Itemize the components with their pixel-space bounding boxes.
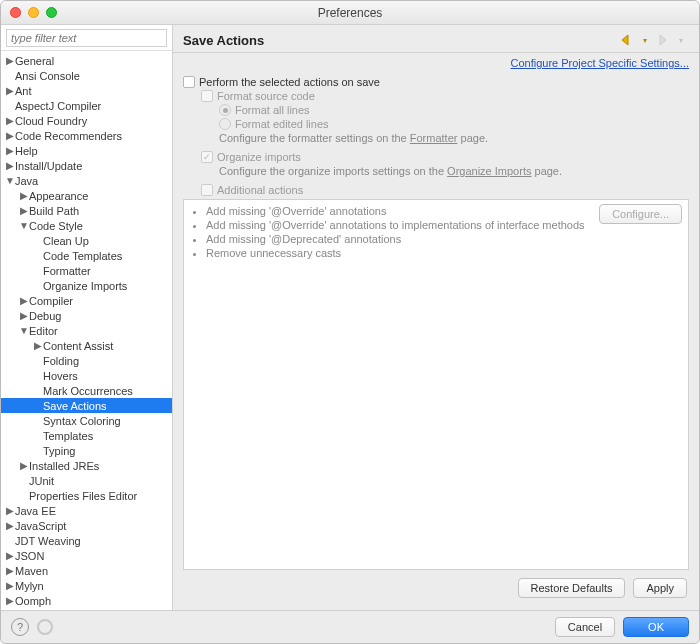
list-item: Remove unnecessary casts: [206, 246, 591, 260]
chevron-right-icon[interactable]: ▶: [19, 311, 29, 321]
progress-icon: [37, 619, 53, 635]
help-icon[interactable]: ?: [11, 618, 29, 636]
tree-item[interactable]: Code Templates: [1, 248, 172, 263]
tree-item[interactable]: ▶Install/Update: [1, 158, 172, 173]
tree-item[interactable]: Properties Files Editor: [1, 488, 172, 503]
chevron-right-icon[interactable]: ▶: [5, 146, 15, 156]
tree-item[interactable]: ▶Help: [1, 143, 172, 158]
tree-item[interactable]: ▶Compiler: [1, 293, 172, 308]
chevron-right-icon[interactable]: ▶: [5, 596, 15, 606]
chevron-right-icon[interactable]: ▶: [5, 551, 15, 561]
tree-item[interactable]: ▶Content Assist: [1, 338, 172, 353]
tree-item[interactable]: ▶Java EE: [1, 503, 172, 518]
tree-item[interactable]: ▶Oomph: [1, 593, 172, 608]
chevron-right-icon[interactable]: ▶: [5, 131, 15, 141]
tree-item[interactable]: Mark Occurrences: [1, 383, 172, 398]
format-all-label: Format all lines: [235, 104, 310, 116]
restore-defaults-button[interactable]: Restore Defaults: [518, 578, 626, 598]
chevron-right-icon[interactable]: ▶: [5, 116, 15, 126]
tree-item-label: Cloud Foundry: [15, 115, 87, 127]
forward-icon: [655, 32, 671, 48]
perform-on-save-row[interactable]: Perform the selected actions on save: [183, 75, 689, 89]
apply-button[interactable]: Apply: [633, 578, 687, 598]
tree-item[interactable]: Syntax Coloring: [1, 413, 172, 428]
tree-item-label: General: [15, 55, 54, 67]
formatter-link[interactable]: Formatter: [410, 132, 458, 144]
tree-item[interactable]: Templates: [1, 428, 172, 443]
tree-item[interactable]: Typing: [1, 443, 172, 458]
project-settings-link[interactable]: Configure Project Specific Settings...: [510, 57, 689, 69]
back-menu-icon[interactable]: ▾: [637, 32, 653, 48]
project-link-row: Configure Project Specific Settings...: [173, 53, 699, 69]
tree-item[interactable]: Formatter: [1, 263, 172, 278]
tree-item[interactable]: ▶Build Path: [1, 203, 172, 218]
chevron-down-icon[interactable]: ▼: [5, 176, 15, 186]
preference-tree[interactable]: ▶GeneralAnsi Console▶AntAspectJ Compiler…: [1, 51, 172, 610]
tree-item-label: JUnit: [29, 475, 54, 487]
chevron-right-icon[interactable]: ▶: [19, 461, 29, 471]
format-source-row: Format source code: [201, 89, 689, 103]
tree-item[interactable]: Hovers: [1, 368, 172, 383]
chevron-right-icon[interactable]: ▶: [33, 341, 43, 351]
main-panel: Save Actions ▾ ▾ Configure Project Speci…: [173, 25, 699, 610]
chevron-right-icon[interactable]: ▶: [5, 566, 15, 576]
cancel-button[interactable]: Cancel: [555, 617, 615, 637]
tree-item-label: Build Path: [29, 205, 79, 217]
chevron-down-icon[interactable]: ▼: [19, 221, 29, 231]
tree-item[interactable]: ▶Ant: [1, 83, 172, 98]
tree-item-label: Code Style: [29, 220, 83, 232]
chevron-right-icon[interactable]: ▶: [19, 296, 29, 306]
tree-item[interactable]: Clean Up: [1, 233, 172, 248]
tree-item[interactable]: ▶JavaScript: [1, 518, 172, 533]
tree-item[interactable]: ▶Appearance: [1, 188, 172, 203]
additional-actions-box: Add missing '@Override' annotationsAdd m…: [183, 199, 689, 570]
chevron-right-icon[interactable]: ▶: [5, 86, 15, 96]
checkbox-icon: [201, 90, 213, 102]
tree-item[interactable]: ▶Cloud Foundry: [1, 113, 172, 128]
chevron-right-icon[interactable]: ▶: [5, 56, 15, 66]
chevron-right-icon[interactable]: ▶: [5, 506, 15, 516]
tree-item[interactable]: ▶Maven: [1, 563, 172, 578]
tree-item[interactable]: ▶Mylyn: [1, 578, 172, 593]
titlebar: Preferences: [1, 1, 699, 25]
organize-imports-label: Organize imports: [217, 151, 301, 163]
tree-item[interactable]: Ansi Console: [1, 68, 172, 83]
tree-item[interactable]: ▼Java: [1, 173, 172, 188]
actions-list: Add missing '@Override' annotationsAdd m…: [190, 204, 591, 260]
tree-item[interactable]: Save Actions: [1, 398, 172, 413]
tree-item[interactable]: JDT Weaving: [1, 533, 172, 548]
tree-item[interactable]: AspectJ Compiler: [1, 98, 172, 113]
list-item: Add missing '@Override' annotations to i…: [206, 218, 591, 232]
format-edited-label: Format edited lines: [235, 118, 329, 130]
tree-item[interactable]: ▼Code Style: [1, 218, 172, 233]
tree-item-label: Formatter: [43, 265, 91, 277]
tree-item-label: Maven: [15, 565, 48, 577]
forward-menu-icon: ▾: [673, 32, 689, 48]
back-icon[interactable]: [619, 32, 635, 48]
tree-item[interactable]: ▶Code Recommenders: [1, 128, 172, 143]
chevron-right-icon[interactable]: ▶: [19, 206, 29, 216]
chevron-right-icon[interactable]: ▶: [19, 191, 29, 201]
tree-item[interactable]: ▶JSON: [1, 548, 172, 563]
tree-item[interactable]: ▶Installed JREs: [1, 458, 172, 473]
tree-item-label: Organize Imports: [43, 280, 127, 292]
tree-item[interactable]: Organize Imports: [1, 278, 172, 293]
chevron-right-icon[interactable]: ▶: [5, 161, 15, 171]
ok-button[interactable]: OK: [623, 617, 689, 637]
organize-imports-link[interactable]: Organize Imports: [447, 165, 531, 177]
tree-item[interactable]: Folding: [1, 353, 172, 368]
tree-item[interactable]: ▶Debug: [1, 308, 172, 323]
format-all-row: Format all lines: [219, 103, 689, 117]
tree-item-label: Java EE: [15, 505, 56, 517]
tree-item[interactable]: ▶General: [1, 53, 172, 68]
checkbox-icon[interactable]: [183, 76, 195, 88]
chevron-right-icon[interactable]: ▶: [5, 521, 15, 531]
list-item: Add missing '@Deprecated' annotations: [206, 232, 591, 246]
tree-item[interactable]: JUnit: [1, 473, 172, 488]
chevron-right-icon[interactable]: ▶: [5, 581, 15, 591]
tree-item-label: Hovers: [43, 370, 78, 382]
chevron-down-icon[interactable]: ▼: [19, 326, 29, 336]
tree-item-label: Ansi Console: [15, 70, 80, 82]
tree-item[interactable]: ▼Editor: [1, 323, 172, 338]
filter-input[interactable]: [6, 29, 167, 47]
